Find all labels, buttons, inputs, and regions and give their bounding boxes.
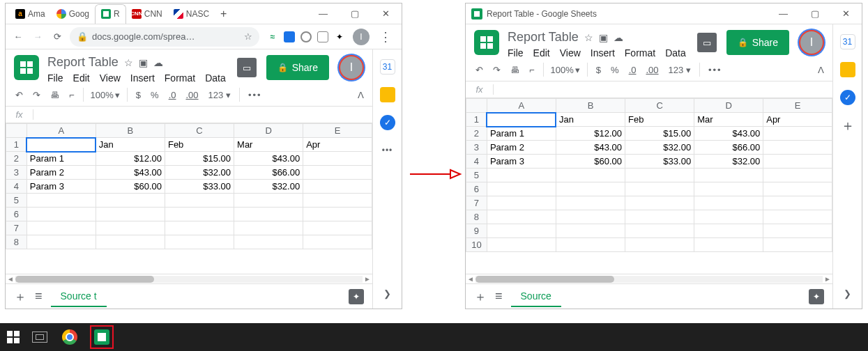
cell[interactable] [763,238,832,252]
row-header[interactable]: 9 [466,224,487,238]
cell[interactable] [303,194,372,208]
all-sheets-button[interactable]: ≡ [495,289,503,304]
menu-edit[interactable]: Edit [533,47,550,58]
currency-icon[interactable]: $ [135,88,142,102]
sheet-tab[interactable]: Source t [51,286,107,307]
cell[interactable]: Param 3 [26,180,96,194]
scroll-right-icon[interactable]: ► [363,275,372,283]
cell[interactable] [303,208,372,221]
cell[interactable] [234,221,303,235]
col-header[interactable]: E [303,124,372,138]
tab-amazon[interactable]: aAma [10,4,51,24]
row-header[interactable]: 8 [6,235,27,249]
cell[interactable]: $60.00 [96,180,165,194]
cell[interactable]: Param 1 [26,152,96,166]
menu-insert[interactable]: Insert [591,47,615,58]
cell[interactable] [694,182,763,196]
increase-decimal-icon[interactable]: .00 [644,63,660,77]
tasks-icon[interactable]: ✓ [380,115,395,130]
cell[interactable]: Feb [625,113,694,127]
menu-view[interactable]: View [100,72,121,84]
row-header[interactable]: 6 [6,208,27,221]
minimize-button[interactable]: — [307,3,339,24]
more-toolbar-icon[interactable]: ••• [247,88,264,102]
cell[interactable]: $43.00 [694,127,763,141]
cell[interactable] [625,169,694,182]
more-addons-icon[interactable]: ••• [380,143,395,158]
cell[interactable] [96,235,165,249]
cell[interactable] [165,194,234,208]
col-header[interactable]: B [556,99,625,113]
row-header[interactable]: 4 [6,180,27,194]
cell[interactable] [487,169,556,182]
star-icon[interactable]: ☆ [584,32,593,43]
cell[interactable] [556,210,625,224]
cell[interactable]: $32.00 [625,141,694,155]
row-header[interactable]: 8 [466,210,487,224]
cell[interactable] [26,208,96,221]
cell[interactable] [487,182,556,196]
chrome-menu[interactable]: ⋮ [375,29,396,45]
cell[interactable] [763,141,832,155]
share-button[interactable]: 🔒Share [266,55,329,80]
cell[interactable]: $12.00 [96,152,165,166]
grid-area[interactable]: A B C D E 1 Jan Feb Mar Apr 2 [6,123,372,274]
cell[interactable] [303,221,372,235]
maximize-button[interactable]: ▢ [339,3,370,24]
cell[interactable] [556,182,625,196]
new-tab-button[interactable]: + [215,8,232,20]
cell[interactable] [26,221,96,235]
row-header[interactable]: 5 [6,194,27,208]
cell[interactable] [26,138,96,152]
col-header[interactable]: A [26,124,96,138]
cell[interactable] [763,224,832,238]
start-button[interactable] [7,331,20,343]
cell[interactable]: $15.00 [165,152,234,166]
ext-4[interactable] [315,29,330,45]
taskbar-sheets[interactable] [92,327,112,347]
cell[interactable] [303,152,372,166]
cell[interactable] [165,235,234,249]
scroll-thumb[interactable] [15,276,154,283]
row-header[interactable]: 6 [466,182,487,196]
add-addon-icon[interactable]: ＋ [840,118,855,133]
cell[interactable]: Mar [234,138,303,152]
collapse-toolbar-icon[interactable]: ᐱ [358,90,364,100]
scroll-left-icon[interactable]: ◄ [466,275,475,283]
add-sheet-button[interactable]: ＋ [14,288,26,305]
move-icon[interactable]: ▣ [139,57,148,68]
cell[interactable]: $15.00 [625,127,694,141]
star-icon[interactable]: ☆ [244,31,252,42]
cell[interactable] [625,196,694,210]
cell[interactable]: $60.00 [556,155,625,169]
cell[interactable]: Apr [763,113,832,127]
zoom-selector[interactable]: 100% ▾ [91,90,120,100]
cell[interactable] [165,221,234,235]
paint-format-icon[interactable]: ⌐ [528,63,536,77]
col-header[interactable]: D [234,124,303,138]
cell[interactable]: Feb [165,138,234,152]
cell[interactable]: Param 3 [487,155,556,169]
close-button[interactable]: ✕ [370,3,402,24]
cloud-icon[interactable]: ☁ [153,57,163,68]
increase-decimal-icon[interactable]: .00 [184,88,199,102]
cell[interactable] [625,238,694,252]
account-avatar[interactable]: I [339,55,364,80]
ext-puzzle-icon[interactable]: ✦ [332,29,347,45]
cell[interactable] [625,224,694,238]
calendar-icon[interactable]: 31 [380,59,395,75]
cell[interactable] [763,127,832,141]
cell[interactable] [303,166,372,180]
menu-data[interactable]: Data [205,72,226,84]
maximize-button[interactable]: ▢ [799,3,830,24]
cell[interactable]: Jan [556,113,625,127]
zoom-selector[interactable]: 100% ▾ [551,65,580,75]
sheets-logo-icon[interactable] [474,30,499,55]
cell[interactable] [763,196,832,210]
menu-insert[interactable]: Insert [130,72,155,84]
cell[interactable] [556,238,625,252]
cell[interactable] [487,196,556,210]
cell[interactable]: $66.00 [234,166,303,180]
row-header[interactable]: 7 [466,196,487,210]
ext-3[interactable] [298,29,314,45]
